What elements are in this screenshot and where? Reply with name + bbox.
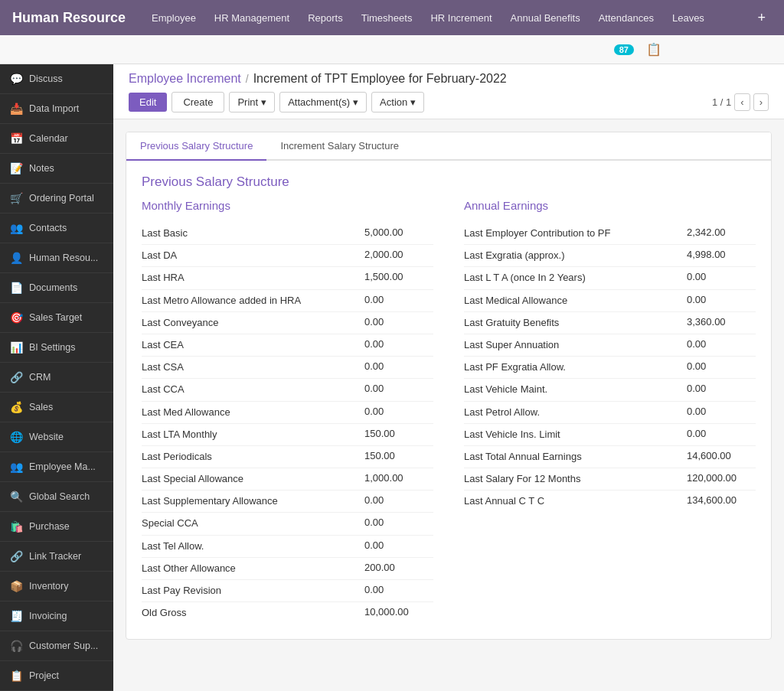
sidebar-item-ordering-portal[interactable]: 🛒 Ordering Portal <box>0 184 113 213</box>
sales-target-icon: 🎯 <box>9 311 23 324</box>
salary-row-last-annual-ctc: Last Annual C T C 134,600.00 <box>464 491 756 512</box>
tab-previous-salary[interactable]: Previous Salary Structure <box>126 132 266 161</box>
attachments-chevron-icon: ▾ <box>353 96 358 108</box>
label-last-salary-12-months: Last Salary For 12 Months <box>464 472 687 486</box>
website-icon: 🌐 <box>9 430 23 444</box>
sidebar-label-human-resource: Human Resou... <box>29 253 104 263</box>
label-last-periodicals: Last Periodicals <box>142 450 364 464</box>
label-last-cca: Last CCA <box>142 383 364 396</box>
value-last-cea: 0.00 <box>364 338 433 350</box>
sidebar-label-sales-target: Sales Target <box>29 312 104 323</box>
sidebar-item-customer-support[interactable]: 🎧 Customer Sup... <box>0 631 113 661</box>
value-last-supplementary: 0.00 <box>364 494 433 506</box>
purchase-icon: 🛍️ <box>9 520 23 533</box>
nav-timesheets[interactable]: Timesheets <box>354 8 420 28</box>
bi-settings-icon: 📊 <box>9 341 23 354</box>
salary-row-last-medical: Last Medical Allowance 0.00 <box>464 290 756 312</box>
nav-hr-management[interactable]: HR Management <box>207 8 297 28</box>
value-last-periodicals: 150.00 <box>364 450 433 461</box>
nav-annual-benefits[interactable]: Annual Benefits <box>503 8 588 28</box>
sidebar: 💬 Discuss 📥 Data Import 📅 Calendar 📝 Not… <box>0 64 113 691</box>
main-card: Previous Salary Structure Increment Sala… <box>126 132 772 640</box>
salary-row-last-special-allowance: Last Special Allowance 1,000.00 <box>142 468 433 491</box>
sidebar-item-discuss[interactable]: 💬 Discuss <box>0 64 113 94</box>
customer-support-icon: 🎧 <box>9 639 23 653</box>
label-last-med-allowance: Last Med Allowance <box>142 406 364 419</box>
sidebar-item-inventory[interactable]: 📦 Inventory <box>0 572 113 601</box>
nav-attendances[interactable]: Attendances <box>591 8 662 28</box>
sidebar-item-invoicing[interactable]: 🧾 Invoicing <box>0 601 113 631</box>
sidebar-item-data-import[interactable]: 📥 Data Import <box>0 94 113 124</box>
sidebar-item-global-search[interactable]: 🔍 Global Search <box>0 482 113 512</box>
sidebar-item-sales-target[interactable]: 🎯 Sales Target <box>0 303 113 333</box>
label-last-super-annuation: Last Super Annuation <box>464 338 687 352</box>
salary-row-last-lta-monthly: Last LTA Monthly 150.00 <box>142 424 433 446</box>
link-tracker-icon: 🔗 <box>9 549 23 563</box>
nav-hr-increment[interactable]: HR Increment <box>423 8 499 28</box>
salary-row-last-exgratia: Last Exgratia (approx.) 4,998.00 <box>464 245 756 267</box>
label-last-gratuity: Last Gratuity Benefits <box>464 316 687 330</box>
sidebar-item-project[interactable]: 📋 Project <box>0 661 113 691</box>
sidebar-item-crm[interactable]: 🔗 CRM <box>0 363 113 393</box>
nav-reports[interactable]: Reports <box>300 8 351 28</box>
sidebar-item-bi-settings[interactable]: 📊 BI Settings <box>0 333 113 363</box>
nav-add-button[interactable]: + <box>751 7 772 29</box>
sidebar-item-contacts[interactable]: 👥 Contacts <box>0 213 113 243</box>
label-last-supplementary: Last Supplementary Allowance <box>142 494 364 508</box>
discuss-icon: 💬 <box>9 72 23 86</box>
sidebar-item-notes[interactable]: 📝 Notes <box>0 154 113 184</box>
value-last-metro: 0.00 <box>364 294 433 305</box>
nav-leaves[interactable]: Leaves <box>665 8 712 28</box>
sidebar-label-discuss: Discuss <box>29 73 104 84</box>
sidebar-item-documents[interactable]: 📄 Documents <box>0 273 113 303</box>
nav-employee[interactable]: Employee <box>144 8 204 28</box>
pager-next-button[interactable]: › <box>753 93 769 111</box>
salary-row-last-tel-allow: Last Tel Allow. 0.00 <box>142 536 433 558</box>
clipboard-icon[interactable]: 📋 <box>646 42 662 57</box>
label-old-gross: Old Gross <box>142 606 364 620</box>
print-label: Print <box>237 96 258 108</box>
label-last-special-allowance: Last Special Allowance <box>142 472 364 486</box>
ordering-portal-icon: 🛒 <box>9 191 23 205</box>
action-button[interactable]: Action ▾ <box>371 92 424 112</box>
salary-row-last-total-annual: Last Total Annual Earnings 14,600.00 <box>464 446 756 468</box>
sidebar-item-website[interactable]: 🌐 Website <box>0 422 113 452</box>
global-search-icon: 🔍 <box>9 490 23 504</box>
value-employer-pf: 2,342.00 <box>687 227 756 238</box>
sidebar-item-calendar[interactable]: 📅 Calendar <box>0 124 113 154</box>
sidebar-item-purchase[interactable]: 🛍️ Purchase <box>0 512 113 542</box>
label-employer-pf: Last Employer Contribution to PF <box>464 227 687 240</box>
value-last-lta-monthly: 150.00 <box>364 428 433 439</box>
value-last-basic: 5,000.00 <box>364 227 433 238</box>
sidebar-item-employee-management[interactable]: 👥 Employee Ma... <box>0 452 113 482</box>
pager-prev-button[interactable]: ‹ <box>734 93 750 111</box>
value-last-csa: 0.00 <box>364 360 433 372</box>
sidebar-label-sales: Sales <box>29 402 104 412</box>
nav-items: Employee HR Management Reports Timesheet… <box>144 8 751 28</box>
main-layout: 💬 Discuss 📥 Data Import 📅 Calendar 📝 Not… <box>0 64 784 691</box>
salary-row-special-cca: Special CCA 0.00 <box>142 513 433 535</box>
salary-row-last-periodicals: Last Periodicals 150.00 <box>142 446 433 468</box>
salary-row-last-metro: Last Metro Allowance added in HRA 0.00 <box>142 290 433 312</box>
label-last-lta: Last L T A (once In 2 Years) <box>464 271 687 285</box>
breadcrumb-link[interactable]: Employee Increment <box>129 72 241 86</box>
annual-earnings-column: Annual Earnings Last Employer Contributi… <box>456 199 756 624</box>
sidebar-item-human-resource[interactable]: 👤 Human Resou... <box>0 243 113 273</box>
notification-badge[interactable]: 87 <box>614 44 634 55</box>
tab-increment-salary[interactable]: Increment Salary Structure <box>266 132 413 161</box>
sidebar-item-link-tracker[interactable]: 🔗 Link Tracker <box>0 542 113 572</box>
label-last-total-annual: Last Total Annual Earnings <box>464 450 687 464</box>
attachments-button[interactable]: Attachment(s) ▾ <box>279 92 367 112</box>
print-button[interactable]: Print ▾ <box>229 92 275 112</box>
create-button[interactable]: Create <box>172 92 224 112</box>
value-last-gratuity: 3,360.00 <box>687 316 756 328</box>
label-last-cea: Last CEA <box>142 338 364 352</box>
edit-button[interactable]: Edit <box>129 93 167 112</box>
label-last-vehicle-maint: Last Vehicle Maint. <box>464 383 687 396</box>
sidebar-label-purchase: Purchase <box>29 521 104 532</box>
sidebar-item-sales[interactable]: 💰 Sales <box>0 393 113 422</box>
value-last-cca: 0.00 <box>364 383 433 394</box>
value-last-da: 2,000.00 <box>364 249 433 260</box>
value-last-vehicle-ins: 0.00 <box>687 428 756 439</box>
label-last-basic: Last Basic <box>142 227 364 240</box>
